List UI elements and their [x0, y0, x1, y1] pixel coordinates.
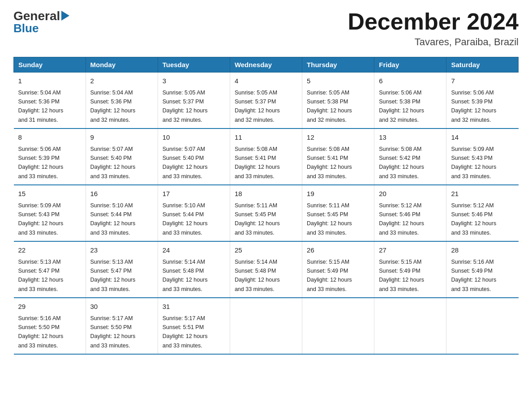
- day-number: 24: [163, 245, 225, 256]
- calendar-cell: [302, 298, 374, 354]
- location-subtitle: Tavares, Paraiba, Brazil: [348, 36, 519, 48]
- day-number: 12: [307, 133, 369, 143]
- header-monday: Monday: [86, 57, 158, 73]
- day-number: 15: [18, 189, 81, 199]
- logo-arrow-icon: [61, 11, 69, 21]
- day-number: 11: [235, 133, 297, 143]
- day-detail: Sunrise: 5:17 AMSunset: 5:51 PMDaylight:…: [163, 315, 208, 349]
- calendar-cell: 24Sunrise: 5:14 AMSunset: 5:48 PMDayligh…: [158, 241, 230, 298]
- day-number: 2: [90, 76, 153, 86]
- day-number: 13: [379, 133, 442, 143]
- day-number: 14: [451, 133, 514, 143]
- day-number: 4: [235, 76, 297, 86]
- calendar-cell: 4Sunrise: 5:05 AMSunset: 5:37 PMDaylight…: [230, 73, 302, 129]
- calendar-cell: 26Sunrise: 5:15 AMSunset: 5:49 PMDayligh…: [302, 241, 374, 298]
- day-detail: Sunrise: 5:15 AMSunset: 5:49 PMDaylight:…: [307, 259, 352, 292]
- page-header: General Blue December 2024 Tavares, Para…: [13, 9, 519, 48]
- day-number: 31: [163, 302, 225, 312]
- day-number: 29: [18, 302, 81, 312]
- calendar-cell: 19Sunrise: 5:11 AMSunset: 5:45 PMDayligh…: [302, 185, 374, 241]
- calendar-week-row: 15Sunrise: 5:09 AMSunset: 5:43 PMDayligh…: [14, 185, 519, 241]
- day-number: 19: [307, 189, 369, 199]
- day-number: 25: [235, 245, 297, 256]
- day-number: 26: [307, 245, 369, 256]
- calendar-cell: [230, 298, 302, 354]
- calendar-header-row: Sunday Monday Tuesday Wednesday Thursday…: [14, 57, 519, 73]
- header-wednesday: Wednesday: [230, 57, 302, 73]
- calendar-cell: 28Sunrise: 5:16 AMSunset: 5:49 PMDayligh…: [446, 241, 519, 298]
- calendar-cell: 5Sunrise: 5:05 AMSunset: 5:38 PMDaylight…: [302, 73, 374, 129]
- calendar-cell: 29Sunrise: 5:16 AMSunset: 5:50 PMDayligh…: [14, 298, 86, 354]
- calendar-cell: 13Sunrise: 5:08 AMSunset: 5:42 PMDayligh…: [374, 128, 446, 185]
- calendar-cell: 17Sunrise: 5:10 AMSunset: 5:44 PMDayligh…: [158, 185, 230, 241]
- header-thursday: Thursday: [302, 57, 374, 73]
- calendar-cell: 14Sunrise: 5:09 AMSunset: 5:43 PMDayligh…: [446, 128, 519, 185]
- calendar-cell: 25Sunrise: 5:14 AMSunset: 5:48 PMDayligh…: [230, 241, 302, 298]
- calendar-cell: 27Sunrise: 5:15 AMSunset: 5:49 PMDayligh…: [374, 241, 446, 298]
- svg-marker-0: [61, 11, 69, 21]
- calendar-cell: 21Sunrise: 5:12 AMSunset: 5:46 PMDayligh…: [446, 185, 519, 241]
- calendar-cell: 16Sunrise: 5:10 AMSunset: 5:44 PMDayligh…: [86, 185, 158, 241]
- day-number: 7: [451, 76, 514, 86]
- day-number: 9: [90, 133, 153, 143]
- calendar-week-row: 22Sunrise: 5:13 AMSunset: 5:47 PMDayligh…: [14, 241, 519, 298]
- header-saturday: Saturday: [446, 57, 519, 73]
- day-detail: Sunrise: 5:13 AMSunset: 5:47 PMDaylight:…: [90, 259, 136, 292]
- day-number: 27: [379, 245, 442, 256]
- title-block: December 2024 Tavares, Paraiba, Brazil: [348, 9, 519, 48]
- day-detail: Sunrise: 5:10 AMSunset: 5:44 PMDaylight:…: [163, 202, 208, 236]
- day-number: 22: [18, 245, 81, 256]
- calendar-cell: 12Sunrise: 5:08 AMSunset: 5:41 PMDayligh…: [302, 128, 374, 185]
- day-detail: Sunrise: 5:05 AMSunset: 5:37 PMDaylight:…: [235, 90, 280, 123]
- calendar-cell: 2Sunrise: 5:04 AMSunset: 5:36 PMDaylight…: [86, 73, 158, 129]
- calendar-cell: 11Sunrise: 5:08 AMSunset: 5:41 PMDayligh…: [230, 128, 302, 185]
- day-detail: Sunrise: 5:09 AMSunset: 5:43 PMDaylight:…: [18, 202, 64, 236]
- calendar-cell: 22Sunrise: 5:13 AMSunset: 5:47 PMDayligh…: [14, 241, 86, 298]
- calendar-cell: 20Sunrise: 5:12 AMSunset: 5:46 PMDayligh…: [374, 185, 446, 241]
- day-detail: Sunrise: 5:08 AMSunset: 5:41 PMDaylight:…: [235, 146, 280, 180]
- logo-blue-text: Blue: [13, 21, 39, 35]
- day-detail: Sunrise: 5:04 AMSunset: 5:36 PMDaylight:…: [18, 90, 64, 123]
- day-number: 17: [163, 189, 225, 199]
- calendar-cell: 18Sunrise: 5:11 AMSunset: 5:45 PMDayligh…: [230, 185, 302, 241]
- calendar-cell: 15Sunrise: 5:09 AMSunset: 5:43 PMDayligh…: [14, 185, 86, 241]
- calendar-cell: 8Sunrise: 5:06 AMSunset: 5:39 PMDaylight…: [14, 128, 86, 185]
- day-number: 6: [379, 76, 442, 86]
- day-detail: Sunrise: 5:06 AMSunset: 5:39 PMDaylight:…: [451, 90, 496, 123]
- day-detail: Sunrise: 5:11 AMSunset: 5:45 PMDaylight:…: [307, 202, 352, 236]
- day-detail: Sunrise: 5:08 AMSunset: 5:42 PMDaylight:…: [379, 146, 424, 180]
- header-friday: Friday: [374, 57, 446, 73]
- calendar-cell: 9Sunrise: 5:07 AMSunset: 5:40 PMDaylight…: [86, 128, 158, 185]
- calendar-week-row: 29Sunrise: 5:16 AMSunset: 5:50 PMDayligh…: [14, 298, 519, 354]
- day-number: 1: [18, 76, 81, 86]
- day-detail: Sunrise: 5:12 AMSunset: 5:46 PMDaylight:…: [379, 202, 424, 236]
- day-number: 3: [163, 76, 225, 86]
- calendar-cell: 1Sunrise: 5:04 AMSunset: 5:36 PMDaylight…: [14, 73, 86, 129]
- logo: General Blue: [13, 9, 69, 35]
- day-detail: Sunrise: 5:14 AMSunset: 5:48 PMDaylight:…: [163, 259, 208, 292]
- calendar-cell: 10Sunrise: 5:07 AMSunset: 5:40 PMDayligh…: [158, 128, 230, 185]
- day-detail: Sunrise: 5:07 AMSunset: 5:40 PMDaylight:…: [163, 146, 208, 180]
- day-number: 20: [379, 189, 442, 199]
- day-number: 23: [90, 245, 153, 256]
- calendar-cell: 7Sunrise: 5:06 AMSunset: 5:39 PMDaylight…: [446, 73, 519, 129]
- day-number: 18: [235, 189, 297, 199]
- day-number: 28: [451, 245, 514, 256]
- page-title: December 2024: [348, 9, 519, 34]
- day-detail: Sunrise: 5:05 AMSunset: 5:38 PMDaylight:…: [307, 90, 352, 123]
- calendar-week-row: 8Sunrise: 5:06 AMSunset: 5:39 PMDaylight…: [14, 128, 519, 185]
- calendar-cell: [374, 298, 446, 354]
- day-detail: Sunrise: 5:09 AMSunset: 5:43 PMDaylight:…: [451, 146, 496, 180]
- calendar-cell: [446, 298, 519, 354]
- day-number: 21: [451, 189, 514, 199]
- header-sunday: Sunday: [14, 57, 86, 73]
- day-detail: Sunrise: 5:06 AMSunset: 5:39 PMDaylight:…: [18, 146, 64, 180]
- calendar-cell: 3Sunrise: 5:05 AMSunset: 5:37 PMDaylight…: [158, 73, 230, 129]
- day-detail: Sunrise: 5:12 AMSunset: 5:46 PMDaylight:…: [451, 202, 496, 236]
- day-detail: Sunrise: 5:13 AMSunset: 5:47 PMDaylight:…: [18, 259, 64, 292]
- day-detail: Sunrise: 5:07 AMSunset: 5:40 PMDaylight:…: [90, 146, 136, 180]
- day-detail: Sunrise: 5:05 AMSunset: 5:37 PMDaylight:…: [163, 90, 208, 123]
- day-detail: Sunrise: 5:10 AMSunset: 5:44 PMDaylight:…: [90, 202, 136, 236]
- day-detail: Sunrise: 5:15 AMSunset: 5:49 PMDaylight:…: [379, 259, 424, 292]
- calendar-cell: 30Sunrise: 5:17 AMSunset: 5:50 PMDayligh…: [86, 298, 158, 354]
